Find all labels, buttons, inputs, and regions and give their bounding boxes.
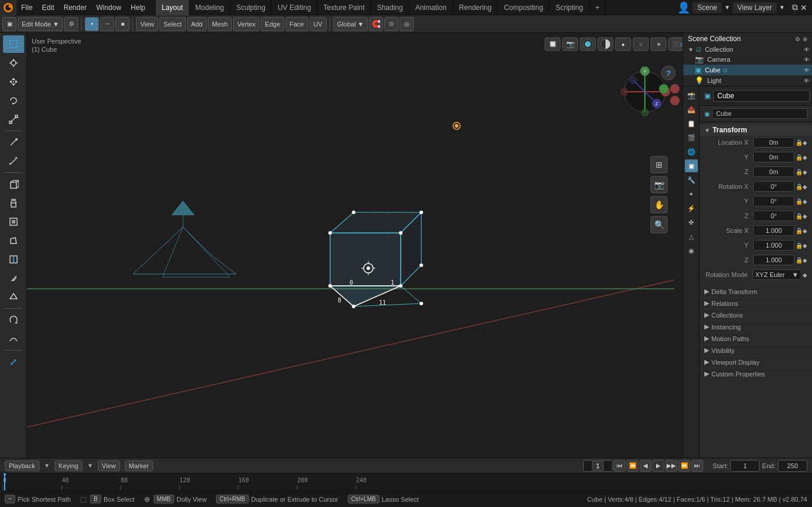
marker-menu[interactable]: Marker — [125, 461, 153, 471]
playback-dropdown[interactable]: ▼ — [44, 462, 50, 469]
location-z-anim[interactable]: ◆ — [803, 169, 807, 175]
jump-start-btn[interactable]: ⏮ — [614, 460, 625, 472]
scale-tool[interactable] — [3, 111, 24, 128]
motion-paths-section[interactable]: ▶ Motion Paths — [700, 332, 812, 344]
jump-fwd-btn[interactable]: ⏩ — [678, 460, 690, 472]
timeline-ruler[interactable]: 0 40 80 120 160 200 240 — [0, 473, 812, 491]
tab-rendering[interactable]: Rendering — [453, 0, 498, 15]
add-menu[interactable]: Add — [187, 17, 207, 31]
view-menu[interactable]: View — [136, 17, 158, 31]
prop-material-icon[interactable]: ◉ — [685, 244, 698, 257]
spin-tool[interactable] — [3, 311, 24, 329]
tab-animation[interactable]: Animation — [410, 0, 453, 15]
location-x-anim[interactable]: ◆ — [803, 139, 807, 146]
delta-transform-section[interactable]: ▶ Delta Transform — [700, 285, 812, 297]
loop-cut-tool[interactable] — [3, 251, 24, 268]
close-icon[interactable]: ✕ — [800, 3, 807, 12]
scale-x-field[interactable]: 1.000 — [753, 225, 794, 236]
prop-modifier-icon[interactable]: 🔧 — [685, 174, 698, 186]
scale-y-lock[interactable]: 🔒 — [796, 242, 803, 249]
mode-icon[interactable]: ▣ — [2, 17, 16, 31]
transform-selector[interactable]: Global ▼ — [333, 17, 368, 31]
tab-texture-paint[interactable]: Texture Paint — [318, 0, 371, 15]
prop-data-icon[interactable]: △ — [685, 230, 698, 243]
mesh-menu[interactable]: Mesh — [208, 17, 232, 31]
keying-dropdown[interactable]: ▼ — [87, 462, 93, 469]
render-menu[interactable]: Render — [59, 0, 91, 15]
relations-section[interactable]: ▶ Relations — [700, 297, 812, 309]
rotation-x-field[interactable]: 0° — [753, 181, 794, 192]
jump-end-btn[interactable]: ⏭ — [691, 460, 703, 472]
rotation-mode-selector[interactable]: XYZ Euler ▼ — [753, 269, 802, 280]
move-tool[interactable] — [3, 73, 24, 91]
snap-icon[interactable]: ⊙ — [384, 17, 398, 31]
add-workspace-tab[interactable]: + — [590, 0, 606, 15]
location-y-field[interactable]: 0m — [753, 152, 794, 162]
viewport-3d[interactable]: 0 1 8 11 — [27, 33, 683, 458]
edge-menu[interactable]: Edge — [261, 17, 284, 31]
custom-properties-section[interactable]: ▶ Custom Properties — [700, 368, 812, 379]
prop-view-layer-icon[interactable]: 📋 — [685, 117, 698, 130]
rotation-x-anim[interactable]: ◆ — [803, 184, 807, 190]
tab-sculpting[interactable]: Sculpting — [231, 0, 272, 15]
rotation-z-anim[interactable]: ◆ — [803, 213, 807, 219]
scale-x-anim[interactable]: ◆ — [803, 228, 807, 234]
scale-y-field[interactable]: 1.000 — [753, 240, 794, 251]
light-visibility-eye[interactable]: 👁 — [804, 78, 810, 84]
scale-z-field[interactable]: 1.000 — [753, 255, 794, 265]
select-tool[interactable] — [3, 35, 24, 53]
prev-frame-btn[interactable]: ◀ — [640, 460, 651, 472]
playback-menu[interactable]: Playback — [5, 461, 39, 471]
collection-checkbox[interactable]: ☑ — [696, 46, 701, 53]
start-frame-field[interactable]: 1 — [730, 460, 760, 472]
annotate-tool[interactable] — [3, 134, 24, 151]
edit-menu[interactable]: Edit — [37, 0, 59, 15]
prop-physics-icon[interactable]: ⚡ — [685, 202, 698, 215]
edit-mode-selector[interactable]: Edit Mode ▼ — [18, 17, 63, 31]
play-btn[interactable]: ▶ — [653, 460, 664, 472]
uv-menu[interactable]: UV — [310, 17, 327, 31]
knife-tool[interactable] — [3, 269, 24, 287]
rotation-z-lock[interactable]: 🔒 — [796, 213, 803, 219]
rotation-mode-anim[interactable]: ◆ — [803, 272, 807, 278]
transform-header[interactable]: ▼ Transform — [700, 124, 812, 136]
collection-item-cube[interactable]: ▣ Cube ⊙ 👁 — [683, 65, 812, 75]
visibility-section[interactable]: ▶ Visibility — [700, 344, 812, 356]
rotation-y-lock[interactable]: 🔒 — [796, 198, 803, 205]
scale-z-anim[interactable]: ◆ — [803, 257, 807, 263]
instancing-section[interactable]: ▶ Instancing — [700, 321, 812, 332]
keying-menu[interactable]: Keying — [55, 461, 83, 471]
prop-render-icon[interactable]: 📸 — [685, 89, 698, 102]
extrude-tool[interactable] — [3, 194, 24, 212]
maximize-icon[interactable]: ⧉ — [792, 2, 798, 12]
prop-particles-icon[interactable]: ✦ — [685, 188, 698, 201]
add-cube-tool[interactable] — [3, 175, 24, 193]
rotation-z-field[interactable]: 0° — [753, 211, 794, 221]
face-menu[interactable]: Face — [285, 17, 308, 31]
prop-world-icon[interactable]: 🌐 — [685, 145, 698, 158]
outliner-sort-icon[interactable]: ⊕ — [803, 36, 807, 42]
location-z-lock[interactable]: 🔒 — [796, 169, 803, 175]
prop-object-icon[interactable]: ▣ — [685, 159, 698, 172]
location-y-lock[interactable]: 🔒 — [796, 154, 803, 161]
tab-modeling[interactable]: Modeling — [189, 0, 231, 15]
mode-settings-icon[interactable]: ⚙ — [64, 17, 78, 31]
jump-back-btn[interactable]: ⏪ — [627, 460, 638, 472]
scale-y-anim[interactable]: ◆ — [803, 242, 807, 249]
rotation-y-anim[interactable]: ◆ — [803, 198, 807, 205]
scale-x-lock[interactable]: 🔒 — [796, 228, 803, 234]
measure-tool[interactable] — [3, 152, 24, 170]
proportional-icon[interactable]: ◎ — [400, 17, 414, 31]
prop-scene-icon[interactable]: 🎬 — [685, 131, 698, 144]
smooth-tool[interactable] — [3, 330, 24, 348]
scale-z-lock[interactable]: 🔒 — [796, 257, 803, 263]
view-layer-dropdown-icon[interactable]: ▼ — [779, 4, 785, 11]
cursor-tool[interactable] — [3, 54, 24, 72]
file-menu[interactable]: File — [16, 0, 37, 15]
view-menu-timeline[interactable]: View — [98, 461, 120, 471]
select-menu[interactable]: Select — [159, 17, 186, 31]
bevel-tool[interactable] — [3, 232, 24, 249]
account-icon[interactable]: 👤 — [677, 1, 690, 14]
location-x-lock[interactable]: 🔒 — [796, 139, 803, 146]
rotation-x-lock[interactable]: 🔒 — [796, 184, 803, 190]
